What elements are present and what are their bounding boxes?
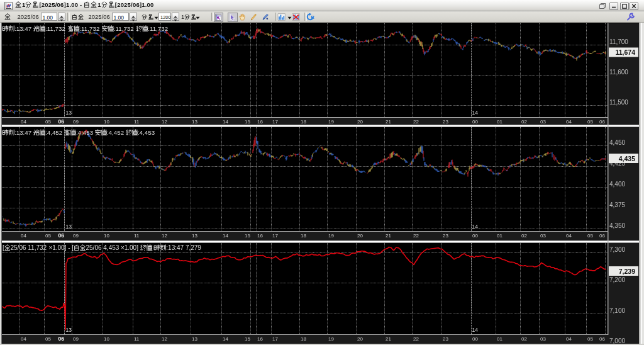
- svg-text:13: 13: [192, 233, 197, 239]
- svg-text:19: 19: [328, 233, 334, 239]
- svg-text:15: 15: [245, 119, 250, 125]
- svg-text:21: 21: [386, 119, 391, 125]
- svg-text:06: 06: [58, 118, 65, 125]
- svg-text:11,674: 11,674: [615, 48, 635, 56]
- svg-text:06: 06: [599, 119, 605, 125]
- svg-text:20: 20: [357, 336, 363, 342]
- svg-text:05: 05: [45, 233, 51, 239]
- svg-text:05: 05: [587, 233, 593, 239]
- svg-text:21: 21: [386, 233, 391, 239]
- svg-text:06: 06: [58, 336, 65, 342]
- svg-text:16: 16: [257, 233, 263, 239]
- svg-text:18: 18: [301, 336, 306, 342]
- svg-text:23: 23: [443, 119, 448, 125]
- svg-text::13:47: :13:47: [14, 129, 31, 136]
- svg-text:09: 09: [73, 119, 79, 125]
- svg-text:7,300: 7,300: [609, 246, 625, 253]
- svg-text:22: 22: [413, 233, 419, 239]
- svg-text:03: 03: [540, 336, 546, 342]
- svg-text::11,732: :11,732: [79, 25, 99, 32]
- svg-text:20: 20: [357, 119, 363, 125]
- svg-text::4,453: :4,453: [138, 129, 155, 136]
- svg-text:22: 22: [413, 336, 419, 342]
- svg-text:05: 05: [45, 336, 51, 342]
- svg-text:7,200: 7,200: [609, 276, 625, 283]
- svg-text:01: 01: [497, 336, 502, 342]
- svg-text:13: 13: [66, 223, 72, 230]
- svg-text::4,452: :4,452: [45, 129, 62, 136]
- svg-text::11,732: :11,732: [148, 25, 168, 32]
- svg-text::4,453: :4,453: [76, 129, 94, 136]
- svg-text::4,452: :4,452: [107, 129, 124, 136]
- svg-text:06: 06: [58, 232, 65, 239]
- svg-text:11,700: 11,700: [609, 38, 628, 45]
- svg-text:4,350: 4,350: [609, 222, 625, 229]
- svg-text:04: 04: [566, 119, 572, 125]
- svg-text:14: 14: [472, 327, 479, 333]
- svg-text:03: 03: [540, 119, 546, 125]
- svg-text:09: 09: [73, 233, 79, 239]
- svg-text:11,600: 11,600: [609, 69, 628, 76]
- svg-text:4,435: 4,435: [619, 155, 635, 162]
- svg-text::13:47: :13:47: [14, 25, 31, 32]
- svg-text:00: 00: [472, 119, 478, 125]
- svg-text:01: 01: [497, 119, 502, 125]
- svg-text:4,400: 4,400: [609, 181, 625, 188]
- svg-text:03: 03: [540, 233, 546, 239]
- svg-text:05: 05: [587, 119, 593, 125]
- svg-text::11,732: :11,732: [45, 25, 65, 32]
- svg-text:13: 13: [192, 119, 197, 125]
- svg-text:20: 20: [357, 233, 363, 239]
- svg-text::13:47 7,279: :13:47 7,279: [166, 244, 201, 251]
- svg-text:17: 17: [272, 119, 278, 125]
- svg-text:7,239: 7,239: [619, 268, 635, 275]
- svg-text:10: 10: [104, 233, 109, 239]
- svg-text:[: [: [3, 244, 4, 251]
- svg-text:01: 01: [497, 233, 502, 239]
- svg-text:15: 15: [245, 233, 250, 239]
- svg-text:14: 14: [472, 223, 479, 230]
- svg-text:1.00] - [: 1.00] - [: [52, 244, 74, 251]
- svg-text:23: 23: [443, 233, 448, 239]
- svg-text:18: 18: [301, 119, 306, 125]
- svg-text:4,375: 4,375: [609, 201, 625, 208]
- svg-text:16: 16: [257, 336, 263, 342]
- svg-text:4,450: 4,450: [609, 139, 625, 146]
- svg-text:13: 13: [192, 336, 197, 342]
- svg-text:14: 14: [223, 336, 228, 342]
- svg-text:06: 06: [599, 233, 605, 239]
- svg-text:02: 02: [521, 119, 527, 125]
- svg-text:06: 06: [599, 336, 605, 342]
- svg-text:04: 04: [21, 119, 26, 125]
- svg-text:11: 11: [134, 336, 140, 342]
- svg-text:7,000: 7,000: [609, 337, 625, 344]
- svg-text:00: 00: [472, 233, 478, 239]
- svg-text:11,500: 11,500: [609, 99, 628, 106]
- svg-text:02: 02: [521, 336, 527, 342]
- svg-text:25/06 11,732: 25/06 11,732: [11, 244, 47, 251]
- svg-text:04: 04: [566, 233, 572, 239]
- svg-text:02: 02: [521, 233, 527, 239]
- svg-text:25/06 4,453: 25/06 4,453: [86, 244, 119, 251]
- svg-text:11: 11: [134, 119, 140, 125]
- svg-text:05: 05: [587, 336, 593, 342]
- svg-text:17: 17: [272, 336, 278, 342]
- svg-text:14: 14: [223, 119, 228, 125]
- svg-text:14: 14: [223, 233, 228, 239]
- svg-text:1.00]: 1.00]: [125, 244, 138, 251]
- svg-text:23: 23: [443, 336, 448, 342]
- svg-text:14: 14: [472, 110, 479, 116]
- svg-text:13: 13: [66, 110, 72, 116]
- svg-text:12: 12: [162, 233, 167, 239]
- svg-text:19: 19: [328, 119, 334, 125]
- svg-text:7,100: 7,100: [609, 307, 625, 314]
- svg-text:19: 19: [328, 336, 334, 342]
- svg-text:21: 21: [386, 336, 391, 342]
- svg-text:10: 10: [104, 119, 109, 125]
- svg-text:04: 04: [566, 336, 572, 342]
- svg-text:22: 22: [413, 119, 419, 125]
- svg-text:15: 15: [245, 336, 250, 342]
- svg-text:12: 12: [162, 336, 167, 342]
- svg-text:16: 16: [257, 119, 263, 125]
- svg-text:18: 18: [301, 233, 306, 239]
